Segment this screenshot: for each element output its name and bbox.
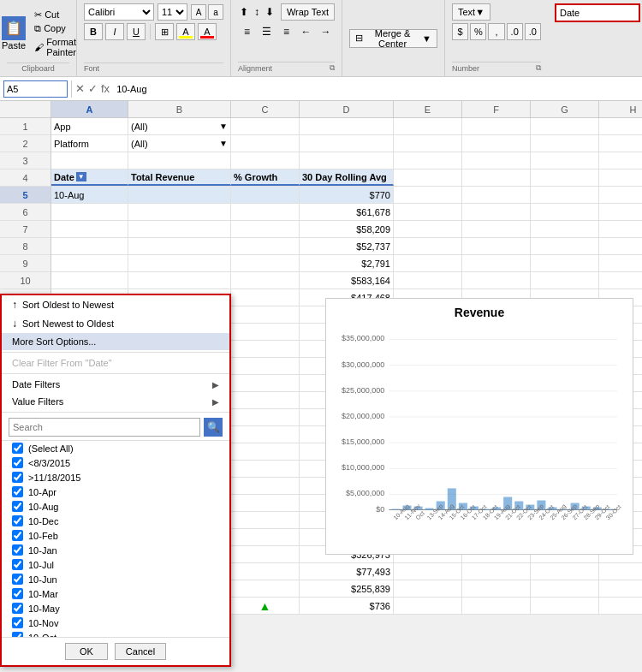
list-item[interactable]: 10-Apr	[2, 485, 229, 499]
cell-c10[interactable]	[231, 272, 300, 288]
align-center-button[interactable]: ☰	[258, 23, 276, 40]
cell-c3[interactable]	[231, 152, 300, 169]
cell-d6[interactable]: $61,678	[300, 204, 394, 220]
cancel-formula-icon[interactable]: ✕	[75, 82, 85, 95]
filter-cancel-button[interactable]: Cancel	[115, 643, 166, 660]
cell-g7[interactable]	[531, 221, 599, 237]
cell-g2[interactable]	[531, 135, 599, 152]
col-header-c[interactable]: C	[231, 101, 300, 117]
cell-c5[interactable]	[231, 187, 300, 203]
insert-function-icon[interactable]: fx	[101, 82, 110, 95]
align-left-button[interactable]: ≡	[238, 23, 256, 40]
font-size-select[interactable]: 11	[158, 3, 187, 21]
underline-button[interactable]: U	[127, 23, 146, 40]
cell-a8[interactable]	[51, 238, 128, 254]
align-middle-button[interactable]: ↕	[251, 3, 262, 21]
list-item[interactable]: 10-Dec	[2, 514, 229, 528]
cell-d28[interactable]: $255,839	[300, 580, 394, 597]
col-header-b[interactable]: B	[128, 101, 231, 117]
cell-g6[interactable]	[531, 204, 599, 220]
cell-a1[interactable]: App	[51, 118, 128, 134]
more-sort-item[interactable]: More Sort Options...	[2, 333, 229, 350]
cell-e2[interactable]	[394, 135, 462, 152]
filter-item-checkbox-5[interactable]	[12, 515, 23, 526]
cell-d7[interactable]: $58,209	[300, 221, 394, 237]
cell-e8[interactable]	[394, 238, 462, 254]
comma-button[interactable]: ,	[488, 23, 504, 40]
cell-f3[interactable]	[462, 152, 531, 169]
filter-item-checkbox-3[interactable]	[12, 486, 23, 497]
cell-c7[interactable]	[231, 221, 300, 237]
cell-c24[interactable]	[231, 512, 300, 528]
cell-d5[interactable]: $770	[300, 187, 394, 203]
cell-h3[interactable]	[599, 152, 642, 169]
cell-h8[interactable]	[599, 238, 642, 254]
cell-c6[interactable]	[231, 204, 300, 220]
filter-item-checkbox-11[interactable]	[12, 603, 23, 614]
merge-dropdown-arrow[interactable]: ▼	[422, 33, 431, 44]
cell-a9[interactable]	[51, 255, 128, 271]
cell-d10[interactable]: $583,164	[300, 272, 394, 288]
cell-c11[interactable]	[231, 289, 300, 306]
cell-d27[interactable]: $77,493	[300, 563, 394, 580]
cell-g3[interactable]	[531, 152, 599, 169]
filter-item-checkbox-10[interactable]	[12, 588, 23, 599]
filter-item-checkbox-4[interactable]	[12, 501, 23, 512]
list-item[interactable]: 10-Jun	[2, 572, 229, 586]
cell-a6[interactable]	[51, 204, 128, 220]
cell-f2[interactable]	[462, 135, 531, 152]
filter-icon-date[interactable]: ▼	[76, 172, 86, 181]
cell-d8[interactable]: $52,737	[300, 238, 394, 254]
cell-e28[interactable]	[394, 580, 462, 597]
cell-c22[interactable]	[231, 478, 300, 494]
cell-c14[interactable]	[231, 341, 300, 357]
cell-b10[interactable]	[128, 272, 231, 288]
dollar-button[interactable]: $	[452, 23, 468, 40]
filter-item-checkbox-2[interactable]	[12, 472, 23, 483]
cell-c8[interactable]	[231, 238, 300, 254]
cell-g1[interactable]	[531, 118, 599, 134]
cell-f27[interactable]	[462, 563, 531, 580]
indent-increase-button[interactable]: →	[317, 23, 335, 40]
cell-h9[interactable]	[599, 255, 642, 271]
copy-button[interactable]: ⧉ Copy	[33, 22, 78, 35]
indent-decrease-button[interactable]: ←	[297, 23, 315, 40]
cell-c13[interactable]	[231, 324, 300, 340]
filter-item-checkbox-8[interactable]	[12, 559, 23, 570]
alignment-dialog-launcher[interactable]: ⧉	[330, 63, 335, 73]
col-header-h[interactable]: H	[599, 101, 642, 117]
cut-button[interactable]: ✂ Cut	[33, 9, 78, 21]
align-top-button[interactable]: ⬆	[238, 3, 249, 21]
cell-d29[interactable]: $736	[300, 598, 394, 614]
paste-button[interactable]: 📋 Paste	[0, 15, 29, 52]
cell-b6[interactable]	[128, 204, 231, 220]
cell-h6[interactable]	[599, 204, 642, 220]
decrease-decimal-button[interactable]: .0	[525, 23, 541, 40]
cell-e5[interactable]	[394, 187, 462, 203]
cell-e29[interactable]	[394, 598, 462, 614]
cell-h5[interactable]	[599, 187, 642, 203]
value-filters-item[interactable]: Value Filters ▶	[2, 393, 229, 410]
format-painter-button[interactable]: 🖌 Format Painter	[33, 36, 78, 58]
filter-item-checkbox-12[interactable]	[12, 617, 23, 628]
cell-h7[interactable]	[599, 221, 642, 237]
cell-h28[interactable]	[599, 580, 642, 597]
col-header-f[interactable]: F	[462, 101, 531, 117]
merge-center-button[interactable]: ⊟ Merge & Center ▼	[349, 29, 437, 48]
number-format-select[interactable]: Text▼	[452, 3, 490, 21]
cell-a10[interactable]	[51, 272, 128, 288]
list-item[interactable]: (Select All)	[2, 441, 229, 455]
cell-g10[interactable]	[531, 272, 599, 288]
cell-b4[interactable]: Total Revenue	[128, 169, 231, 186]
cell-b3[interactable]	[128, 152, 231, 169]
cell-d1[interactable]	[300, 118, 394, 134]
formula-content-input[interactable]	[113, 80, 639, 98]
cell-e6[interactable]	[394, 204, 462, 220]
cell-g8[interactable]	[531, 238, 599, 254]
cell-c1[interactable]	[231, 118, 300, 134]
filter-item-checkbox-1[interactable]	[12, 457, 23, 468]
cell-e9[interactable]	[394, 255, 462, 271]
italic-button[interactable]: I	[105, 23, 124, 40]
list-item[interactable]: 10-Nov	[2, 616, 229, 630]
border-button[interactable]: ⊞	[155, 23, 174, 40]
